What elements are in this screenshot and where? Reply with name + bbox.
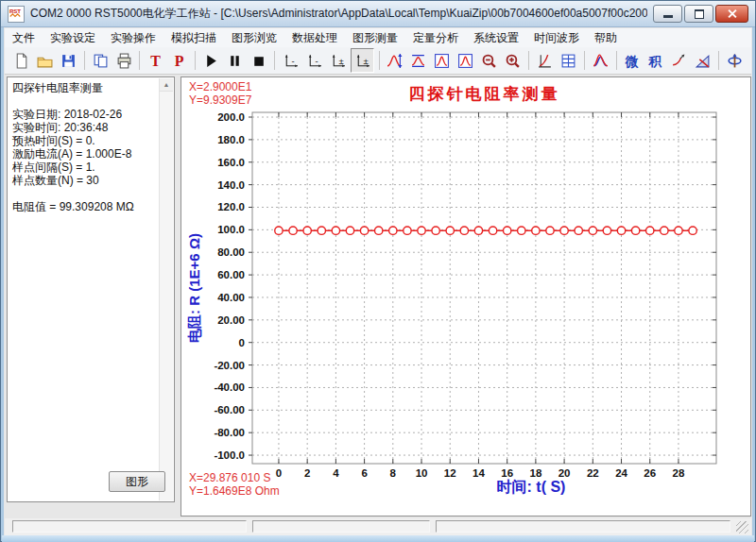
y-tick-label: 60.00 (217, 269, 245, 280)
axes-plusminus-icon[interactable]: ± (327, 49, 349, 72)
y-tick-label: -40.00 (214, 381, 245, 393)
info-line: 预热时间(S) = 0. (12, 134, 160, 147)
chart-title: 四探针电阻率测量 (252, 83, 716, 105)
zoom-in-icon[interactable] (502, 49, 524, 72)
y-tick-label: -60.00 (214, 404, 245, 415)
data-table-icon[interactable] (558, 49, 579, 72)
data-point (432, 227, 439, 234)
close-button[interactable] (715, 5, 748, 23)
menu-bar: 文件实验设定实验操作模拟扫描图形浏览数据处理图形测量定量分析系统设置时间波形帮助 (5, 28, 751, 47)
menu-item-help[interactable]: 帮助 (587, 28, 625, 48)
info-line: 四探针电阻率测量 (12, 81, 160, 94)
x-axis-label: 时间: t( S) (370, 478, 692, 498)
axes-minus-a-icon[interactable]: - (280, 49, 301, 72)
toolbar-separator (584, 51, 585, 70)
data-point (474, 227, 482, 234)
info-line (12, 187, 160, 200)
y-tick-label: -100.0 (214, 449, 245, 461)
menu-item-simulated-scan[interactable]: 模拟扫描 (163, 28, 224, 48)
toolbar-separator (379, 51, 380, 70)
menu-item-data-processing[interactable]: 数据处理 (284, 28, 345, 48)
svg-text:-: - (291, 55, 294, 65)
copy-icon[interactable] (90, 49, 112, 72)
data-point (617, 227, 625, 234)
data-point (389, 227, 397, 234)
axes-minus-b-icon[interactable]: - (303, 49, 325, 72)
data-point (318, 227, 325, 234)
data-point (646, 227, 654, 234)
toolbar-separator (84, 51, 85, 70)
menu-item-experiment-setup[interactable]: 实验设定 (43, 28, 103, 48)
menu-item-experiment-operation[interactable]: 实验操作 (103, 28, 163, 48)
info-line: 电阻值 = 99.309208 MΩ (12, 200, 160, 213)
zoom-out-icon[interactable] (478, 49, 500, 72)
svg-text:T: T (151, 53, 162, 69)
y-tick-label: 40.00 (217, 292, 245, 303)
pause-icon[interactable] (224, 49, 246, 72)
experiment-info-text[interactable]: 四探针电阻率测量 实验日期: 2018-02-26实验时间: 20:36:48预… (8, 77, 160, 501)
svg-text:-: - (315, 55, 318, 65)
data-point (560, 227, 568, 234)
app-logo-icon: RST (8, 6, 25, 23)
scroll-up-icon[interactable]: ▲ (160, 78, 173, 92)
info-line (12, 94, 160, 108)
y-tick-label: 0 (239, 337, 245, 348)
cursor-x-value: X=2.9000E1 (189, 80, 251, 93)
graph-button[interactable]: 图形 (109, 471, 165, 492)
peak-vscale-icon[interactable] (384, 49, 405, 72)
derivative-curve-icon[interactable] (668, 49, 690, 72)
save-icon[interactable] (58, 49, 79, 72)
run-icon[interactable] (200, 49, 222, 72)
resize-grip[interactable] (736, 521, 748, 534)
x-tick-label: 6 (361, 467, 367, 479)
data-point (546, 227, 554, 234)
titlebar[interactable]: RST COM2 0000 RST5000电化学工作站 - [C:\Users\… (1, 1, 755, 27)
resistance-time-plot[interactable]: 200.0180.0160.0140.0120.0100.080.0060.00… (181, 77, 750, 516)
menu-item-system-settings[interactable]: 系统设置 (466, 28, 526, 48)
svg-text:RST: RST (9, 8, 21, 14)
data-point (346, 227, 353, 234)
peak-box-icon[interactable] (431, 49, 453, 72)
svg-text:±: ± (338, 55, 343, 65)
data-point (589, 227, 596, 234)
curve-axes-icon[interactable] (534, 49, 556, 72)
y-tick-label: 80.00 (217, 246, 245, 258)
restore-button[interactable] (684, 5, 713, 23)
menu-item-graph-measurement[interactable]: 图形测量 (345, 28, 405, 48)
y-tick-label: 20.00 (217, 314, 245, 326)
menu-item-graph-browse[interactable]: 图形浏览 (224, 28, 284, 48)
data-point (575, 227, 582, 234)
data-point (275, 227, 283, 234)
y-tick-label: -80.00 (214, 427, 245, 438)
print-icon[interactable] (113, 49, 135, 72)
double-peak-icon[interactable] (590, 49, 611, 72)
work-area: 四探针电阻率测量 实验日期: 2018-02-26实验时间: 20:36:48预… (5, 75, 751, 518)
menu-item-file[interactable]: 文件 (5, 28, 43, 48)
integral-icon[interactable]: 积 (644, 49, 666, 72)
text-p-icon[interactable]: P (168, 49, 190, 72)
peak-box-2-icon[interactable] (455, 49, 476, 72)
peak-hlines-icon[interactable] (407, 49, 429, 72)
status-panel-2 (252, 520, 430, 533)
x-tick-label: 2 (304, 467, 310, 479)
data-point (289, 227, 297, 234)
menu-item-time-waveform[interactable]: 时间波形 (526, 28, 587, 48)
chart-panel: 200.0180.0160.0140.0120.0100.080.0060.00… (180, 76, 751, 517)
stop-icon[interactable] (248, 49, 269, 72)
rotate-3d-icon[interactable] (724, 49, 746, 72)
measure-triangle-icon[interactable] (692, 49, 713, 72)
open-file-icon[interactable] (34, 49, 56, 72)
data-point (661, 227, 668, 234)
cursor-readout-top: X=2.9000E1 Y=9.9309E7 (189, 80, 251, 107)
data-point (446, 227, 454, 234)
menu-item-quantitative-analysis[interactable]: 定量分析 (405, 28, 466, 48)
data-point (303, 227, 311, 234)
info-line: 样点数量(N) = 30 (12, 174, 160, 187)
text-t-icon[interactable]: T (145, 49, 166, 72)
differential-icon[interactable]: 微 (621, 49, 643, 72)
minimize-button[interactable] (653, 5, 682, 23)
axes-plusminus-pressed-icon[interactable]: ± (351, 48, 374, 73)
data-point (418, 227, 425, 234)
new-file-icon[interactable] (10, 49, 32, 72)
info-scrollbar[interactable]: ▲ (159, 78, 173, 500)
